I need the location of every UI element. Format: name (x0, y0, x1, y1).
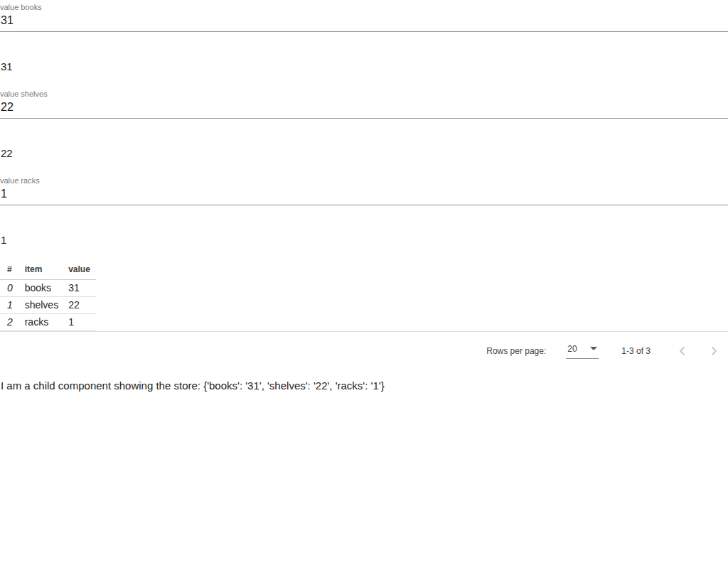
racks-display-value: 1 (1, 235, 728, 246)
table-row: 1 shelves 22 (0, 297, 96, 314)
app-page: value books 31 value shelves 22 value ra… (0, 0, 728, 582)
shelves-input[interactable] (0, 99, 728, 119)
field-label-books: value books (0, 3, 728, 12)
cell-value: 22 (61, 297, 96, 314)
field-value-racks: value racks (0, 176, 728, 205)
rows-per-page-value: 20 (567, 344, 577, 354)
cell-item: shelves (18, 297, 61, 314)
racks-input[interactable] (0, 185, 728, 205)
store-table: # item value 0 books 31 1 shelves 22 2 r… (0, 263, 96, 331)
rows-per-page-label: Rows per page: (486, 346, 546, 356)
books-display-value: 31 (1, 61, 728, 72)
rows-per-page-select[interactable]: 20 (566, 344, 599, 359)
cell-item: books (18, 280, 61, 297)
table-pagination-footer: Rows per page: 20 1-3 of 3 (0, 331, 728, 370)
field-label-shelves: value shelves (0, 90, 728, 99)
pagination-range-label: 1-3 of 3 (621, 346, 651, 356)
cell-value: 1 (61, 314, 96, 331)
table-row: 2 racks 1 (0, 314, 96, 331)
cell-index: 1 (0, 297, 18, 314)
chevron-right-icon (707, 345, 720, 357)
cell-item: racks (18, 314, 61, 331)
col-header-item: item (18, 263, 61, 280)
table-row: 0 books 31 (0, 280, 96, 297)
next-page-button[interactable] (705, 343, 722, 360)
child-component-text: I am a child component showing the store… (1, 379, 728, 392)
cell-value: 31 (61, 280, 96, 297)
col-header-index: # (0, 263, 18, 280)
field-value-shelves: value shelves (0, 90, 728, 119)
books-input[interactable] (0, 12, 728, 32)
col-header-value: value (61, 263, 96, 280)
field-value-books: value books (0, 3, 728, 32)
cell-index: 0 (0, 280, 18, 297)
field-label-racks: value racks (0, 176, 728, 185)
previous-page-button[interactable] (674, 343, 691, 360)
dropdown-caret-icon (590, 347, 597, 350)
shelves-display-value: 22 (1, 148, 728, 159)
chevron-left-icon (676, 345, 689, 357)
store-table-header: # item value (0, 263, 96, 280)
cell-index: 2 (0, 314, 18, 331)
